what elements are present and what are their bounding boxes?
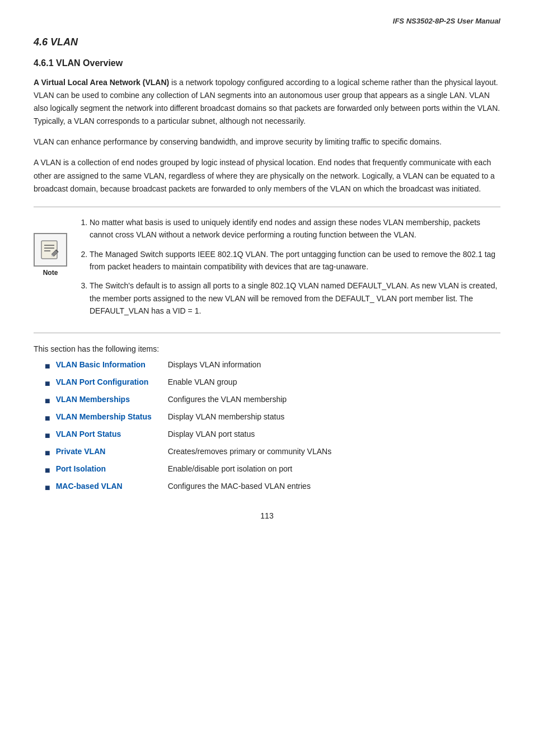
note-list: No matter what basis is used to uniquely… <box>78 216 500 318</box>
bullet-icon: ■ <box>45 360 50 373</box>
list-item: ■ Port Isolation Enable/disable port iso… <box>45 463 500 477</box>
paragraph-1: A Virtual Local Area Network (VLAN) is a… <box>34 76 500 128</box>
item-desc-vlan-basic-info: Displays VLAN information <box>168 359 261 371</box>
item-name-vlan-port-status[interactable]: VLAN Port Status <box>56 430 121 438</box>
item-desc-vlan-memberships: Configures the VLAN membership <box>168 394 287 405</box>
item-name-vlan-port-config[interactable]: VLAN Port Configuration <box>56 377 149 386</box>
bullet-icon: ■ <box>45 464 50 477</box>
item-name-vlan-membership-status[interactable]: VLAN Membership Status <box>56 412 152 421</box>
note-item-2: The Managed Switch supports IEEE 802.1Q … <box>90 248 500 273</box>
page-number: 113 <box>34 511 500 520</box>
subsection-title: 4.6.1 VLAN Overview <box>34 58 500 68</box>
bullet-icon: ■ <box>45 412 50 425</box>
section-title: 4.6 VLAN <box>34 36 500 48</box>
item-name-vlan-basic-info[interactable]: VLAN Basic Information <box>56 360 146 369</box>
note-item-3: The Switch's default is to assign all po… <box>90 279 500 317</box>
note-icon-label: Note <box>43 269 58 277</box>
bold-lead: A Virtual Local Area Network (VLAN) <box>34 78 169 87</box>
item-name-port-isolation[interactable]: Port Isolation <box>56 464 106 473</box>
item-name-mac-based-vlan[interactable]: MAC-based VLAN <box>56 482 123 491</box>
item-desc-vlan-port-status: Display VLAN port status <box>168 428 255 440</box>
bullet-icon: ■ <box>45 481 50 494</box>
svg-rect-0 <box>41 241 57 259</box>
bullet-icon: ■ <box>45 446 50 460</box>
item-desc-vlan-port-config: Enable VLAN group <box>168 376 237 388</box>
note-content: No matter what basis is used to uniquely… <box>78 216 500 324</box>
paragraph-2: VLAN can enhance performance by conservi… <box>34 136 500 148</box>
item-desc-mac-based-vlan: Configures the MAC-based VLAN entries <box>168 480 311 492</box>
items-list: ■ VLAN Basic Information Displays VLAN i… <box>45 359 500 494</box>
list-item: ■ VLAN Port Status Display VLAN port sta… <box>45 428 500 442</box>
section-intro: This section has the following items: <box>34 344 500 353</box>
list-item: ■ VLAN Membership Status Display VLAN me… <box>45 411 500 425</box>
list-item: ■ Private VLAN Creates/removes primary o… <box>45 446 500 460</box>
list-item: ■ VLAN Port Configuration Enable VLAN gr… <box>45 376 500 390</box>
list-item: ■ VLAN Memberships Configures the VLAN m… <box>45 394 500 408</box>
list-item: ■ VLAN Basic Information Displays VLAN i… <box>45 359 500 373</box>
note-box: Note No matter what basis is used to uni… <box>34 207 500 334</box>
item-desc-vlan-membership-status: Display VLAN membership status <box>168 411 285 423</box>
bullet-icon: ■ <box>45 394 50 408</box>
bullet-icon: ■ <box>45 377 50 390</box>
bullet-icon: ■ <box>45 429 50 442</box>
note-icon-container: Note <box>34 216 67 277</box>
note-item-1: No matter what basis is used to uniquely… <box>90 216 500 241</box>
list-item: ■ MAC-based VLAN Configures the MAC-base… <box>45 480 500 494</box>
paragraph-3: A VLAN is a collection of end nodes grou… <box>34 156 500 195</box>
item-name-private-vlan[interactable]: Private VLAN <box>56 447 106 456</box>
note-icon <box>34 233 67 267</box>
page-header: IFS NS3502-8P-2S User Manual <box>34 17 500 25</box>
item-name-vlan-memberships[interactable]: VLAN Memberships <box>56 395 130 404</box>
item-desc-port-isolation: Enable/disable port isolation on port <box>168 463 293 475</box>
item-desc-private-vlan: Creates/removes primary or community VLA… <box>168 446 332 458</box>
